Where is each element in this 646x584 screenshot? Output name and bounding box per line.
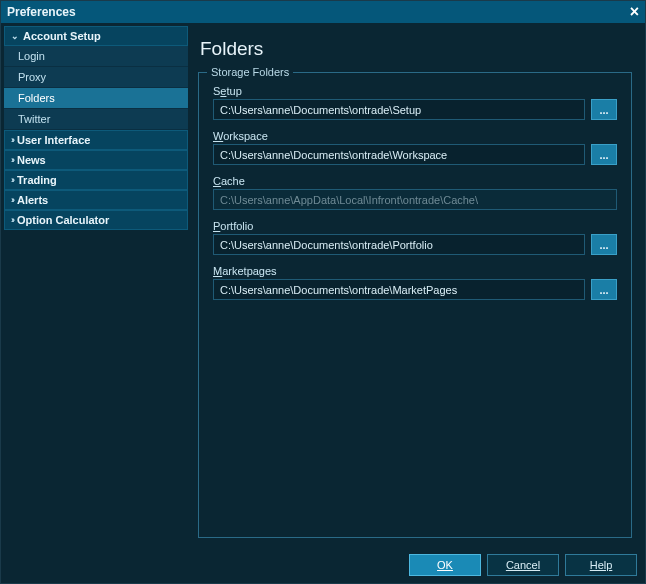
sidebar-cat-account-setup[interactable]: ⌄ Account Setup <box>4 26 188 46</box>
main-panel: Folders Storage Folders Setup ... Worksp… <box>192 26 642 544</box>
chevron-down-icon: ⌄ <box>11 31 19 41</box>
field-portfolio: Portfolio ... <box>213 220 617 255</box>
chevron-right-icon: ›› <box>11 155 13 165</box>
sidebar-cat-label: Trading <box>17 174 57 186</box>
cancel-button[interactable]: Cancel <box>487 554 559 576</box>
setup-label: Setup <box>213 85 617 97</box>
sidebar-item-twitter[interactable]: Twitter <box>4 109 188 130</box>
ok-button[interactable]: OK <box>409 554 481 576</box>
setup-input[interactable] <box>213 99 585 120</box>
portfolio-input[interactable] <box>213 234 585 255</box>
portfolio-label: Portfolio <box>213 220 617 232</box>
sidebar-cat-user-interface[interactable]: ›› User Interface <box>4 130 188 150</box>
sidebar-cat-label: Account Setup <box>23 30 101 42</box>
setup-browse-button[interactable]: ... <box>591 99 617 120</box>
workspace-browse-button[interactable]: ... <box>591 144 617 165</box>
dialog-title: Preferences <box>7 5 76 19</box>
sidebar-item-label: Twitter <box>18 113 50 125</box>
sidebar-cat-label: News <box>17 154 46 166</box>
cache-input <box>213 189 617 210</box>
chevron-right-icon: ›› <box>11 175 13 185</box>
sidebar-cat-label: Option Calculator <box>17 214 109 226</box>
dialog-body: ⌄ Account Setup Login Proxy Folders Twit… <box>1 23 645 547</box>
page-title: Folders <box>200 38 632 60</box>
chevron-right-icon: ›› <box>11 195 13 205</box>
marketpages-browse-button[interactable]: ... <box>591 279 617 300</box>
sidebar-item-proxy[interactable]: Proxy <box>4 67 188 88</box>
preferences-dialog: Preferences × ⌄ Account Setup Login Prox… <box>0 0 646 584</box>
sidebar-cat-trading[interactable]: ›› Trading <box>4 170 188 190</box>
sidebar-cat-news[interactable]: ›› News <box>4 150 188 170</box>
sidebar-cat-label: Alerts <box>17 194 48 206</box>
sidebar-item-folders[interactable]: Folders <box>4 88 188 109</box>
field-marketpages: Marketpages ... <box>213 265 617 300</box>
marketpages-label: Marketpages <box>213 265 617 277</box>
dialog-footer: OK Cancel Help <box>1 547 645 583</box>
field-cache: Cache <box>213 175 617 210</box>
chevron-right-icon: ›› <box>11 215 13 225</box>
close-icon[interactable]: × <box>630 4 639 20</box>
help-button[interactable]: Help <box>565 554 637 576</box>
group-legend: Storage Folders <box>207 66 293 78</box>
workspace-label: Workspace <box>213 130 617 142</box>
cache-label: Cache <box>213 175 617 187</box>
storage-folders-group: Storage Folders Setup ... Workspace ... <box>198 72 632 538</box>
workspace-input[interactable] <box>213 144 585 165</box>
field-setup: Setup ... <box>213 85 617 120</box>
titlebar: Preferences × <box>1 1 645 23</box>
field-workspace: Workspace ... <box>213 130 617 165</box>
sidebar-cat-alerts[interactable]: ›› Alerts <box>4 190 188 210</box>
portfolio-browse-button[interactable]: ... <box>591 234 617 255</box>
sidebar: ⌄ Account Setup Login Proxy Folders Twit… <box>4 26 188 544</box>
sidebar-item-label: Login <box>18 50 45 62</box>
sidebar-cat-option-calculator[interactable]: ›› Option Calculator <box>4 210 188 230</box>
chevron-right-icon: ›› <box>11 135 13 145</box>
marketpages-input[interactable] <box>213 279 585 300</box>
sidebar-item-login[interactable]: Login <box>4 46 188 67</box>
sidebar-cat-label: User Interface <box>17 134 90 146</box>
sidebar-item-label: Folders <box>18 92 55 104</box>
sidebar-item-label: Proxy <box>18 71 46 83</box>
